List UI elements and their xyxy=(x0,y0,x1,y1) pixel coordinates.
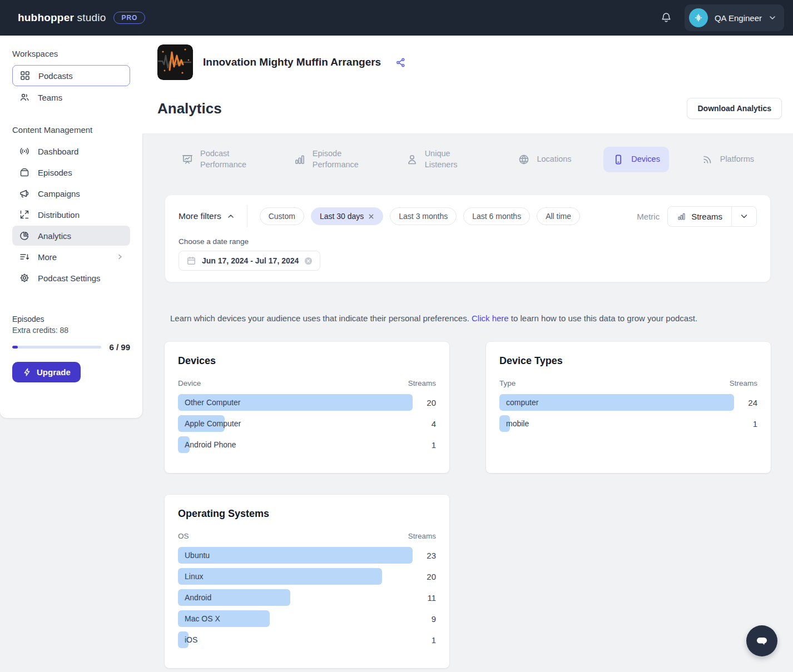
chevron-down-icon xyxy=(740,212,749,221)
tab-label: Episode Performance xyxy=(313,148,365,170)
date-range-label: Choose a date range xyxy=(179,237,757,246)
divider xyxy=(247,205,247,227)
user-menu[interactable]: QA Engineer xyxy=(685,4,784,31)
credits-progress-row: 6 / 99 xyxy=(12,342,130,352)
tab-platforms[interactable]: Platforms xyxy=(692,147,763,172)
metric-label: Metric xyxy=(637,212,660,221)
row-label: Android Phone xyxy=(185,436,236,453)
brand-logo-bold: hubhopper xyxy=(18,12,74,23)
column-label: Type xyxy=(499,379,516,387)
expand-arrows-icon xyxy=(19,209,30,220)
row-value: 4 xyxy=(413,419,436,429)
sidebar-item-podcasts[interactable]: Podcasts xyxy=(12,65,130,86)
more-filters-button[interactable]: More filters xyxy=(179,211,235,221)
brand: hubhopper studio PRO xyxy=(18,12,145,24)
bell-icon xyxy=(660,12,672,24)
sidebar-item-dashboard[interactable]: Dashboard xyxy=(12,141,130,161)
credits-heading: Episodes xyxy=(12,315,130,323)
download-analytics-button[interactable]: Download Analytics xyxy=(687,98,782,119)
column-label: Device xyxy=(178,379,201,387)
chevron-right-icon xyxy=(117,253,123,260)
person-icon xyxy=(406,153,418,166)
tab-podcast-performance[interactable]: Podcast Performance xyxy=(172,142,261,177)
row-value: 9 xyxy=(413,614,436,624)
user-name: QA Engineer xyxy=(715,13,762,23)
sidebar-item-teams[interactable]: Teams xyxy=(12,87,130,107)
row-label: Android xyxy=(185,589,211,606)
row-label: Other Computer xyxy=(185,394,240,411)
bar xyxy=(178,547,413,564)
table-row: Ubuntu 23 xyxy=(178,547,436,564)
credits-subheading: Extra credits: 88 xyxy=(12,326,130,335)
tab-devices[interactable]: Devices xyxy=(603,147,669,172)
calendar-icon xyxy=(186,256,196,266)
date-range-chips: Custom Last 30 days Last 3 months Last 6… xyxy=(260,207,580,225)
tab-label: Devices xyxy=(631,154,660,165)
sidebar-section-content-management: Content Management xyxy=(12,125,130,135)
column-value: Streams xyxy=(408,379,436,387)
chip-label: Last 3 months xyxy=(399,212,448,221)
click-here-link[interactable]: Click here xyxy=(472,313,509,323)
card-title: Operating Systems xyxy=(178,508,436,520)
sidebar-item-analytics[interactable]: Analytics xyxy=(12,226,130,246)
row-label: Ubuntu xyxy=(185,547,210,564)
row-value: 20 xyxy=(413,398,436,407)
table-row: Linux 20 xyxy=(178,568,436,585)
chip-last-3-months[interactable]: Last 3 months xyxy=(390,207,457,225)
metric-select[interactable]: Streams xyxy=(667,206,757,227)
close-icon[interactable] xyxy=(368,213,374,220)
clear-date-icon[interactable] xyxy=(304,257,313,265)
sidebar-gap xyxy=(12,108,130,123)
notifications-button[interactable] xyxy=(658,9,675,26)
row-label: Mac OS X xyxy=(185,610,220,627)
tab-locations[interactable]: Locations xyxy=(509,147,580,172)
row-value: 23 xyxy=(413,551,436,560)
metric-value-text: Streams xyxy=(691,212,722,221)
sidebar-item-distribution[interactable]: Distribution xyxy=(12,205,130,225)
chat-widget-button[interactable] xyxy=(746,625,777,656)
upgrade-button[interactable]: Upgrade xyxy=(12,362,81,382)
sidebar-item-campaigns[interactable]: Campaigns xyxy=(12,183,130,203)
bar xyxy=(178,568,382,585)
smartphone-icon xyxy=(612,153,625,166)
chat-bubble-icon xyxy=(754,633,770,649)
chip-last-30-days[interactable]: Last 30 days xyxy=(311,207,383,225)
row-value: 20 xyxy=(413,572,436,581)
lightning-icon xyxy=(22,367,32,377)
chevron-down-icon xyxy=(769,14,776,22)
chip-last-6-months[interactable]: Last 6 months xyxy=(463,207,530,225)
tab-episode-performance[interactable]: Episode Performance xyxy=(285,142,374,177)
row-value: 1 xyxy=(413,635,436,645)
date-range-input[interactable]: Jun 17, 2024 - Jul 17, 2024 xyxy=(179,251,320,271)
chip-label: All time xyxy=(546,212,571,221)
sidebar-item-episodes[interactable]: Episodes xyxy=(12,162,130,182)
credits-block: Episodes Extra credits: 88 6 / 99 Upgrad… xyxy=(12,315,130,382)
sidebar-item-label: Dashboard xyxy=(38,147,78,156)
date-range-value: Jun 17, 2024 - Jul 17, 2024 xyxy=(202,256,299,265)
table-row: computer 24 xyxy=(499,394,757,411)
brand-logo[interactable]: hubhopper studio xyxy=(18,12,106,24)
sidebar-item-podcast-settings[interactable]: Podcast Settings xyxy=(12,268,130,288)
table-row: mobile 1 xyxy=(499,415,757,432)
progress-fill xyxy=(12,346,18,349)
row-label: computer xyxy=(506,394,538,411)
table-row: iOS 1 xyxy=(178,631,436,648)
devices-info-text: Learn which devices your audience uses t… xyxy=(170,313,771,323)
topbar-right: QA Engineer xyxy=(658,4,784,31)
avatar xyxy=(689,8,708,27)
metric-caret[interactable] xyxy=(731,207,756,226)
chip-all-time[interactable]: All time xyxy=(537,207,580,225)
sidebar-item-more[interactable]: More xyxy=(12,247,130,267)
chip-custom[interactable]: Custom xyxy=(260,207,304,225)
presentation-chart-icon xyxy=(181,153,194,166)
row-label: mobile xyxy=(506,415,529,432)
podcast-header: Innovation Mighty Muffin Arrangers xyxy=(157,44,782,80)
sidebar-section-workspaces: Workspaces xyxy=(12,49,130,58)
tab-unique-listeners[interactable]: Unique Listeners xyxy=(397,142,486,177)
row-label: Linux xyxy=(185,568,203,585)
upgrade-button-label: Upgrade xyxy=(37,367,71,377)
analytics-tabs: Podcast Performance Episode Performance … xyxy=(165,142,771,177)
analytics-header-row: Analytics Download Analytics xyxy=(157,98,782,119)
share-button[interactable] xyxy=(393,55,408,70)
tab-label: Unique Listeners xyxy=(425,148,477,170)
